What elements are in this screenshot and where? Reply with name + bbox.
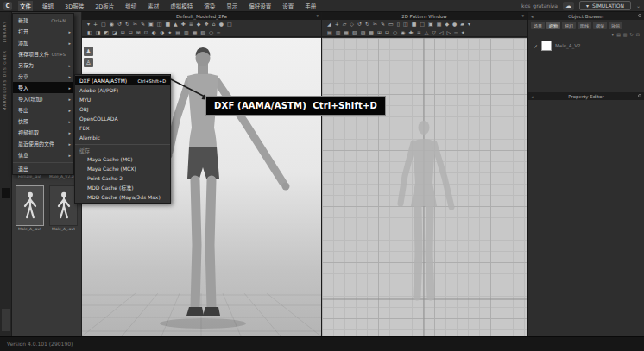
toolbar-icon[interactable]: ✎ — [381, 20, 385, 28]
toolbar-icon[interactable]: ▦ — [437, 20, 442, 28]
import-submenu-item[interactable]: MDD Cache (Maya/3ds Max) — [75, 192, 170, 202]
toolbar-icon[interactable]: ≡ — [189, 20, 193, 28]
toolbar-icon[interactable]: ▣ — [428, 20, 433, 28]
object-browser-tool-icon[interactable]: ▾ — [612, 32, 615, 37]
import-submenu-item[interactable]: Point Cache 2 — [75, 173, 170, 183]
toolbar-icon[interactable]: ◧ — [87, 28, 92, 37]
import-submenu-item[interactable]: DXF (AAMA/ASTM) Ctrl+Shift+D — [75, 76, 170, 85]
toolbar-icon[interactable]: ↻ — [365, 20, 369, 28]
object-browser-tab[interactable]: 场景 — [531, 22, 545, 29]
file-menu-item[interactable]: 最近使用的文件 — [13, 138, 73, 149]
import-submenu-item[interactable]: Maya Cache (MC) — [75, 154, 170, 164]
toolbar-icon[interactable]: ✂ — [373, 20, 377, 28]
menu-bar-item[interactable]: 2D板片 — [93, 1, 116, 11]
toolbar-icon[interactable]: ✚ — [409, 28, 414, 37]
toolbar-icon[interactable]: ▤ — [327, 28, 332, 37]
file-menu-item[interactable]: 新建 Ctrl+N — [13, 15, 73, 26]
show-garment-toggle-icon[interactable]: ♟ — [84, 47, 93, 56]
toolbar-icon[interactable]: ◢ — [327, 20, 331, 28]
toolbar-icon[interactable]: ▥ — [184, 28, 189, 37]
menu-bar-item[interactable]: 文件 — [18, 1, 33, 11]
menu-bar-item[interactable]: 缝纫 — [123, 1, 138, 11]
toolbar-icon[interactable]: ▦ — [344, 28, 349, 37]
object-browser-tab[interactable]: 纽扣 — [562, 22, 576, 29]
import-submenu-item[interactable]: OpenCOLLADA — [75, 114, 170, 123]
pin-icon[interactable] — [638, 94, 641, 97]
toolbar-icon[interactable]: ⊞ — [121, 28, 125, 37]
menu-bar-item[interactable]: 显示 — [224, 1, 239, 11]
toolbar-icon[interactable]: ● — [219, 20, 224, 28]
menu-bar-item[interactable]: 3D服装 — [63, 1, 85, 11]
toolbar-icon[interactable]: ◆ — [197, 20, 201, 28]
object-browser-tab[interactable]: 织物 — [546, 22, 560, 29]
toolbar-icon[interactable]: ▷ — [447, 28, 451, 37]
import-submenu-item[interactable]: Alembic — [75, 133, 170, 142]
toolbar-icon[interactable]: ▾ — [468, 20, 470, 28]
toolbar-icon[interactable]: ◫ — [403, 20, 408, 28]
toolbar-icon[interactable]: ◆ — [445, 20, 449, 28]
file-menu-item[interactable]: 视频抓取 — [13, 127, 73, 138]
menu-bar-item[interactable]: 设置 — [281, 1, 295, 11]
toolbar-icon[interactable]: ✎ — [141, 20, 145, 28]
toolbar-icon[interactable]: + — [335, 20, 339, 28]
toolbar-icon[interactable]: ▱ — [343, 20, 347, 28]
file-menu-item[interactable]: 保存项目文件 Ctrl+S — [13, 48, 73, 60]
toolbar-icon[interactable]: ≡ — [417, 28, 421, 37]
toolbar-icon[interactable]: ✂ — [133, 20, 137, 28]
toolbar-icon[interactable]: ◪ — [112, 28, 117, 37]
toolbar-icon[interactable]: ▲ — [174, 20, 178, 28]
object-browser-tool-icon[interactable]: ↻ — [630, 32, 634, 37]
toolbar-icon[interactable]: □ — [227, 20, 232, 28]
menu-bar-item[interactable]: 手册 — [303, 1, 318, 11]
toolbar-icon[interactable]: ■ — [165, 20, 170, 28]
toolbar-icon[interactable]: ▭ — [388, 20, 394, 28]
toolbar-icon[interactable]: ▾ — [87, 20, 90, 28]
toolbar-icon[interactable]: ▽ — [432, 28, 436, 37]
object-browser-tab[interactable]: 明线 — [578, 22, 591, 29]
toolbar-icon[interactable]: ▢ — [101, 20, 106, 28]
toolbar-icon[interactable]: ▣ — [148, 20, 154, 28]
toolbar-icon[interactable]: ─ — [454, 28, 458, 37]
toolbar-icon[interactable]: ◑ — [160, 28, 164, 37]
toolbar-icon[interactable]: ■ — [412, 20, 417, 28]
menu-bar-item[interactable]: 虚拟模特 — [168, 1, 194, 11]
toolbar-icon[interactable]: ↺ — [357, 20, 362, 28]
toolbar-icon[interactable]: ▯ — [397, 20, 400, 28]
toolbar-icon[interactable]: ▨ — [361, 28, 366, 37]
chevron-down-icon[interactable]: ▾ — [521, 13, 524, 18]
toolbar-icon[interactable]: ◨ — [96, 28, 101, 37]
toolbar-icon[interactable]: ⌂ — [212, 20, 216, 28]
toolbar-icon[interactable]: ↻ — [125, 20, 129, 28]
toolbar-icon[interactable]: ↺ — [117, 20, 122, 28]
toolbar-icon[interactable]: ▧ — [352, 28, 357, 37]
toolbar-icon[interactable]: ◁ — [439, 28, 444, 37]
panel-arrow-icon[interactable]: ◂ — [531, 14, 534, 19]
toolbar-icon[interactable]: ▤ — [175, 28, 180, 37]
collapse-panel-icon[interactable]: ⌄ — [636, 3, 641, 9]
toolbar-icon[interactable]: ▧ — [200, 28, 205, 37]
file-menu-item[interactable]: 信息 — [13, 149, 73, 160]
cloud-icon[interactable]: ☁ — [563, 2, 574, 10]
toolbar-icon[interactable]: ▩ — [369, 28, 374, 37]
canvas-2d[interactable] — [322, 38, 527, 336]
file-menu-item[interactable]: 导入(增加) — [13, 93, 73, 104]
toolbar-icon[interactable]: ❖ — [204, 20, 208, 28]
pin-icon[interactable] — [638, 14, 641, 17]
toolbar-icon[interactable]: ◉ — [110, 20, 114, 28]
import-submenu-item[interactable]: MYU — [75, 95, 170, 104]
show-avatar-toggle-icon[interactable]: ♙ — [84, 58, 93, 67]
menu-bar-item[interactable]: 渲染 — [202, 1, 217, 11]
toolbar-icon[interactable]: ⊟ — [385, 28, 389, 37]
viewport-2d[interactable]: 2D Pattern Window ▾ ◢+▱◇↺↻✂✎▭▯◫■□▣▦◆●▰▾ … — [321, 12, 527, 336]
file-menu-item[interactable]: 打开 — [13, 26, 73, 37]
simulation-mode-button[interactable]: ▾ SIMULATION — [579, 1, 631, 10]
toolbar-icon[interactable]: ✦ — [167, 28, 172, 37]
toolbar-icon[interactable]: + — [93, 20, 98, 28]
import-submenu-item[interactable]: OBJ — [75, 104, 170, 114]
toolbar-icon[interactable]: ▥ — [336, 28, 341, 37]
toolbar-icon[interactable]: ✦ — [461, 28, 465, 37]
toolbar-icon[interactable]: ◫ — [157, 20, 162, 28]
file-menu-item[interactable]: 另存为 — [13, 60, 73, 71]
import-submenu-item[interactable]: Adobe (AI/PDF) — [75, 85, 170, 95]
object-browser-tool-icon[interactable]: ⊡ — [636, 32, 640, 37]
